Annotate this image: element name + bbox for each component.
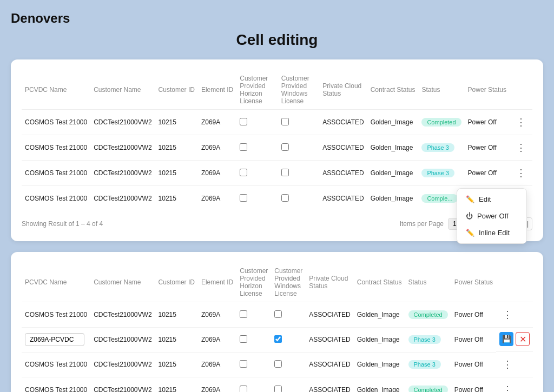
three-dot-menu[interactable]: ⋮ xyxy=(499,308,516,322)
cloud-status-cell: ASSOCIATED xyxy=(319,135,367,161)
pcvdc-name-cell: COSMOS Test 21000 xyxy=(22,161,90,186)
table-row: COSMOS Test 21000 CDCTest21000VW2 10215 … xyxy=(22,186,532,211)
contract-status-cell: Golden_Image xyxy=(367,110,419,135)
status-cell: Phase 3 xyxy=(405,352,451,377)
edit-icon: ✏️ xyxy=(466,195,474,203)
horizon-checkbox-cell[interactable] xyxy=(236,328,271,353)
context-menu-edit[interactable]: ✏️ Edit xyxy=(457,191,526,208)
windows-checkbox-cell[interactable] xyxy=(271,377,306,393)
contract-status-cell: Golden_Image xyxy=(354,377,405,393)
inline-cancel-button[interactable]: ✕ xyxy=(516,332,530,346)
col-pcvdc-name: PCVDC Name xyxy=(22,70,90,110)
col-element-id: Element ID xyxy=(198,70,236,110)
three-dot-cell[interactable]: ⋮ xyxy=(496,377,533,393)
contract-status-cell: Golden_Image xyxy=(354,302,405,328)
status-cell: Completed xyxy=(405,377,451,393)
horizon-checkbox-cell[interactable] xyxy=(236,186,278,211)
three-dot-cell[interactable]: ⋮ xyxy=(496,352,533,377)
col2-horizon-license: Customer Provided Horizon License xyxy=(236,263,271,302)
three-dot-cell[interactable]: ⋮ xyxy=(510,135,532,161)
three-dot-cell[interactable]: ⋮ xyxy=(496,302,533,328)
pcvdc-name-cell: COSMOS Test 21000 xyxy=(22,352,90,377)
pcvdc-name-cell: COSMOS Test 21000 xyxy=(22,302,90,328)
windows-checkbox-cell[interactable] xyxy=(271,352,306,377)
horizon-checkbox-cell[interactable] xyxy=(236,135,278,161)
cloud-status-cell: ASSOCIATED xyxy=(306,302,353,328)
customer-id-cell: 10215 xyxy=(155,135,198,161)
element-id-cell: Z069A xyxy=(198,302,236,328)
three-dot-cell[interactable]: ⋮ xyxy=(510,161,532,186)
col-power-status: Power Status xyxy=(465,70,510,110)
power-status-cell: Power Off xyxy=(451,302,496,328)
three-dot-menu[interactable]: ⋮ xyxy=(513,141,529,155)
table-row: CDCTest21000VW2 10215 Z069A ASSOCIATED G… xyxy=(22,328,533,353)
customer-id-cell: 10215 xyxy=(155,161,198,186)
context-menu-power-off[interactable]: ⏻ Power Off xyxy=(457,208,526,224)
table-row: COSMOS Test 21000 CDCTest21000VW2 10215 … xyxy=(22,110,532,135)
contract-status-cell: Golden_Image xyxy=(354,352,405,377)
cloud-status-cell: ASSOCIATED xyxy=(319,110,367,135)
power-status-cell: Power Off xyxy=(465,161,510,186)
customer-name-cell: CDCTest21000VW2 xyxy=(90,161,155,186)
customer-id-cell: 10215 xyxy=(155,110,198,135)
element-id-cell: Z069A xyxy=(198,377,236,393)
customer-name-cell: CDCTest21000VW2 xyxy=(90,352,155,377)
windows-checkbox-cell[interactable] xyxy=(278,161,319,186)
table2-card: PCVDC Name Customer Name Customer ID Ele… xyxy=(11,252,543,392)
col2-power-status: Power Status xyxy=(451,263,496,302)
three-dot-menu[interactable]: ⋮ xyxy=(499,383,516,392)
customer-id-cell: 10215 xyxy=(155,302,198,328)
cloud-status-cell: ASSOCIATED xyxy=(306,352,353,377)
table1-card: PCVDC Name Customer Name Customer ID Ele… xyxy=(11,59,543,241)
cloud-status-cell: ASSOCIATED xyxy=(319,161,367,186)
three-dot-menu[interactable]: ⋮ xyxy=(513,115,529,129)
element-id-cell: Z069A xyxy=(198,110,236,135)
app-title: Denovers xyxy=(11,11,543,26)
items-per-page-label: Items per Page xyxy=(400,220,444,228)
status-cell: Completed xyxy=(405,302,451,328)
table-row: COSMOS Test 21000 CDCTest21000VW2 10215 … xyxy=(22,302,533,328)
horizon-checkbox-cell[interactable] xyxy=(236,161,278,186)
windows-checkbox-cell[interactable] xyxy=(271,328,306,353)
table1-footer: Showing Result of 1 – 4 of 4 Items per P… xyxy=(22,217,532,230)
table1-showing: Showing Result of 1 – 4 of 4 xyxy=(22,220,103,228)
element-id-cell: Z069A xyxy=(198,135,236,161)
status-cell: Phase 3 xyxy=(405,328,451,353)
table2: PCVDC Name Customer Name Customer ID Ele… xyxy=(22,263,533,392)
windows-checkbox-cell[interactable] xyxy=(278,110,319,135)
customer-id-cell: 10215 xyxy=(155,186,198,211)
horizon-checkbox-cell[interactable] xyxy=(236,302,271,328)
horizon-checkbox-cell[interactable] xyxy=(236,352,271,377)
context-menu: ✏️ Edit ⏻ Power Off ✏️ Inline Edit xyxy=(457,188,527,244)
status-cell: Phase 3 xyxy=(418,161,464,186)
customer-name-cell: CDCTest21000VW2 xyxy=(90,186,155,211)
customer-name-cell: CDCTest21000VW2 xyxy=(90,110,155,135)
power-status-cell: Power Off xyxy=(451,377,496,393)
power-status-cell: Power Off xyxy=(465,135,510,161)
context-menu-inline-edit[interactable]: ✏️ Inline Edit xyxy=(457,224,526,241)
col-private-cloud: Private Cloud Status xyxy=(319,70,367,110)
table-row: COSMOS Test 21000 CDCTest21000VW2 10215 … xyxy=(22,352,533,377)
table-row: COSMOS Test 21000 CDCTest21000VW2 10215 … xyxy=(22,377,533,393)
three-dot-menu[interactable]: ⋮ xyxy=(513,166,529,180)
cloud-status-cell: ASSOCIATED xyxy=(319,186,367,211)
page-title: Cell editing xyxy=(11,31,543,49)
windows-checkbox-cell[interactable] xyxy=(271,302,306,328)
three-dot-menu[interactable]: ⋮ xyxy=(499,357,516,371)
table1: PCVDC Name Customer Name Customer ID Ele… xyxy=(22,70,532,211)
contract-status-cell: Golden_Image xyxy=(367,135,419,161)
inline-edit-actions: 💾 ✕ xyxy=(496,328,533,352)
inline-save-button[interactable]: 💾 xyxy=(499,332,513,346)
power-icon: ⏻ xyxy=(466,212,473,220)
three-dot-cell[interactable]: ⋮ xyxy=(510,110,532,135)
horizon-checkbox-cell[interactable] xyxy=(236,377,271,393)
pcvdc-edit-cell[interactable] xyxy=(22,328,90,353)
horizon-checkbox-cell[interactable] xyxy=(236,110,278,135)
windows-checkbox-cell[interactable] xyxy=(278,135,319,161)
contract-status-cell: Golden_Image xyxy=(367,161,419,186)
status-cell: Phase 3 xyxy=(418,135,464,161)
pcvdc-inline-input[interactable] xyxy=(25,333,84,346)
col-windows-license: Customer Provided Windows License xyxy=(278,70,319,110)
windows-checkbox-cell[interactable] xyxy=(278,186,319,211)
col2-private-cloud: Private Cloud Status xyxy=(306,263,353,302)
